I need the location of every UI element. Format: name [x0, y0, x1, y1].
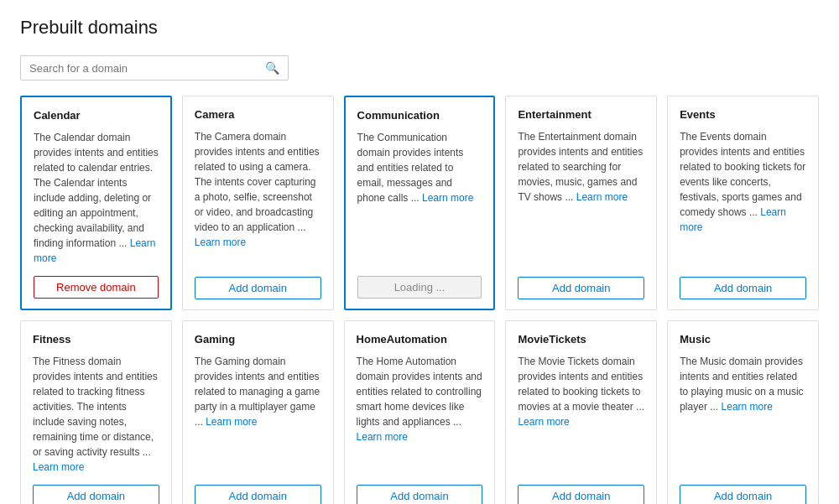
learn-more-link-entertainment[interactable]: Learn more [576, 191, 628, 203]
domains-grid: CalendarThe Calendar domain provides int… [20, 96, 819, 504]
domain-title-fitness: Fitness [33, 333, 159, 346]
add-domain-button-camera[interactable]: Add domain [195, 277, 321, 299]
domain-card-fitness: FitnessThe Fitness domain provides inten… [20, 320, 172, 504]
domain-title-camera: Camera [195, 108, 321, 121]
domain-card-events: EventsThe Events domain provides intents… [667, 96, 819, 310]
domain-card-communication: CommunicationThe Communication domain pr… [344, 96, 496, 310]
card-footer-movietickets: Add domain [518, 485, 644, 504]
domain-title-movietickets: MovieTickets [518, 333, 644, 346]
domain-card-gaming: GamingThe Gaming domain provides intents… [182, 320, 334, 504]
add-domain-button-gaming[interactable]: Add domain [195, 485, 321, 504]
domain-description-calendar: The Calendar domain provides intents and… [34, 130, 159, 266]
domain-card-entertainment: EntertainmentThe Entertainment domain pr… [505, 96, 657, 310]
card-footer-gaming: Add domain [195, 485, 321, 504]
learn-more-link-music[interactable]: Learn more [722, 401, 773, 413]
domain-card-camera: CameraThe Camera domain provides intents… [182, 96, 334, 310]
domain-title-communication: Communication [357, 109, 482, 122]
learn-more-link-gaming[interactable]: Learn more [206, 416, 257, 428]
add-domain-button-movietickets[interactable]: Add domain [518, 485, 644, 504]
learn-more-link-homeautomation[interactable]: Learn more [357, 431, 408, 443]
card-footer-entertainment: Add domain [518, 277, 644, 299]
domain-title-homeautomation: HomeAutomation [357, 333, 483, 346]
add-domain-button-communication: Loading ... [357, 276, 482, 299]
learn-more-link-calendar[interactable]: Learn more [34, 237, 155, 264]
card-footer-camera: Add domain [195, 277, 321, 299]
domain-description-events: The Events domain provides intents and e… [680, 129, 806, 267]
domain-description-entertainment: The Entertainment domain provides intent… [518, 129, 644, 267]
card-footer-homeautomation: Add domain [357, 485, 483, 504]
domain-description-communication: The Communication domain provides intent… [357, 130, 482, 266]
learn-more-link-communication[interactable]: Learn more [422, 192, 473, 204]
learn-more-link-fitness[interactable]: Learn more [33, 461, 84, 473]
domain-title-calendar: Calendar [34, 109, 159, 122]
add-domain-button-fitness[interactable]: Add domain [33, 485, 159, 504]
domain-description-gaming: The Gaming domain provides intents and e… [195, 354, 321, 475]
domain-title-music: Music [680, 333, 806, 346]
add-domain-button-entertainment[interactable]: Add domain [518, 277, 644, 299]
domain-card-movietickets: MovieTicketsThe Movie Tickets domain pro… [505, 320, 657, 504]
domain-description-fitness: The Fitness domain provides intents and … [33, 354, 159, 475]
search-input[interactable] [29, 62, 265, 75]
page-title: Prebuilt domains [20, 17, 819, 39]
card-footer-calendar: Remove domain [34, 276, 159, 299]
domain-description-movietickets: The Movie Tickets domain provides intent… [518, 354, 644, 475]
learn-more-link-camera[interactable]: Learn more [195, 236, 246, 248]
domain-title-entertainment: Entertainment [518, 108, 644, 121]
learn-more-link-movietickets[interactable]: Learn more [518, 416, 569, 428]
learn-more-link-events[interactable]: Learn more [680, 206, 786, 233]
domain-card-music: MusicThe Music domain provides intents a… [667, 320, 819, 504]
remove-domain-button-calendar[interactable]: Remove domain [34, 276, 159, 299]
domain-card-homeautomation: HomeAutomationThe Home Automation domain… [344, 320, 496, 504]
card-footer-events: Add domain [680, 277, 806, 299]
domain-description-camera: The Camera domain provides intents and e… [195, 129, 321, 267]
domain-card-calendar: CalendarThe Calendar domain provides int… [20, 96, 172, 310]
card-footer-fitness: Add domain [33, 485, 159, 504]
add-domain-button-events[interactable]: Add domain [680, 277, 806, 299]
domain-description-homeautomation: The Home Automation domain provides inte… [357, 354, 483, 475]
domain-description-music: The Music domain provides intents and en… [680, 354, 806, 475]
add-domain-button-music[interactable]: Add domain [680, 485, 806, 504]
card-footer-communication: Loading ... [357, 276, 482, 299]
add-domain-button-homeautomation[interactable]: Add domain [357, 485, 483, 504]
card-footer-music: Add domain [680, 485, 806, 504]
search-container: 🔍 [20, 55, 289, 81]
search-icon: 🔍 [265, 61, 279, 75]
domain-title-events: Events [680, 108, 806, 121]
domain-title-gaming: Gaming [195, 333, 321, 346]
